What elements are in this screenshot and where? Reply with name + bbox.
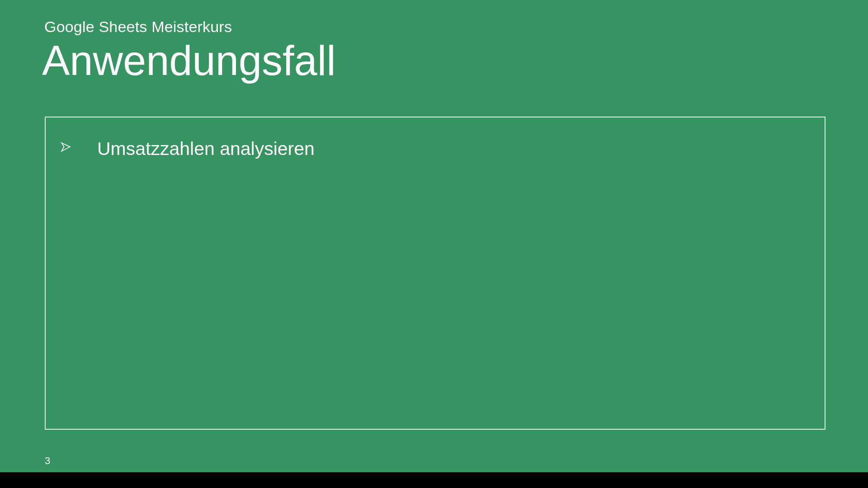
- presentation-slide: Google Sheets Meisterkurs Anwendungsfall…: [0, 0, 868, 472]
- bullet-text: Umsatzzahlen analysieren: [97, 138, 811, 160]
- page-number: 3: [45, 455, 50, 467]
- chevron-right-icon: [60, 141, 73, 154]
- bullet-item: Umsatzzahlen analysieren: [59, 138, 811, 160]
- bottom-bar: [0, 472, 868, 488]
- content-box: Umsatzzahlen analysieren: [45, 117, 826, 430]
- slide-subtitle: Google Sheets Meisterkurs: [44, 18, 232, 36]
- slide-title: Anwendungsfall: [42, 39, 336, 83]
